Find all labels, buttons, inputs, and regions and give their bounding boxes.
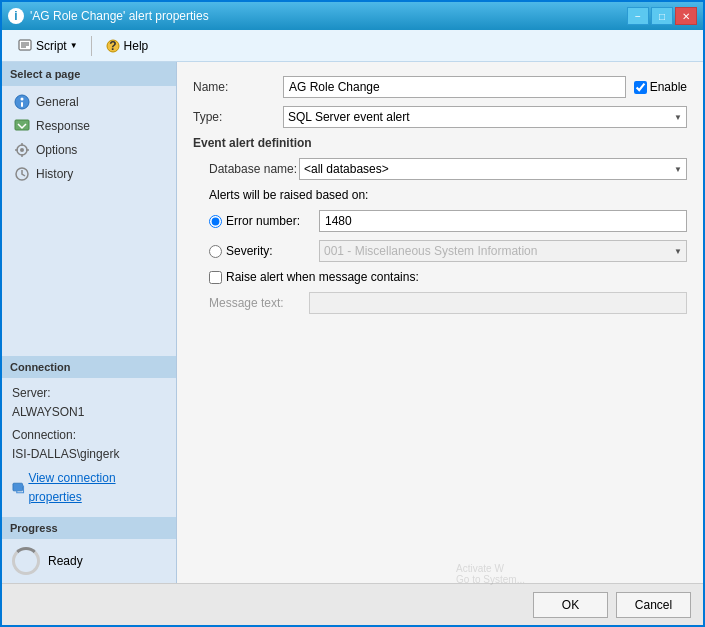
event-alert-definition-header: Event alert definition: [193, 136, 687, 150]
enable-checkbox[interactable]: [634, 81, 647, 94]
error-number-radio[interactable]: [209, 215, 222, 228]
progress-info: Ready: [2, 539, 176, 583]
close-button[interactable]: ✕: [675, 7, 697, 25]
enable-checkbox-group: Enable: [634, 80, 687, 94]
sidebar-items: General Response Options: [2, 86, 176, 190]
title-bar-left: i 'AG Role Change' alert properties: [8, 8, 209, 24]
name-row: Name: Enable: [193, 76, 687, 98]
sidebar-header: Select a page: [2, 62, 176, 86]
help-button[interactable]: ? Help: [98, 35, 156, 57]
severity-radio-label[interactable]: Severity:: [209, 244, 319, 258]
progress-section-header: Progress: [2, 517, 176, 539]
main-window: i 'AG Role Change' alert properties − □ …: [0, 0, 705, 627]
history-icon: [14, 166, 30, 182]
severity-select-wrapper: 001 - Miscellaneous System Information: [319, 240, 687, 262]
server-value: ALWAYSON1: [12, 403, 166, 422]
alerts-based-on-label: Alerts will be raised based on:: [209, 188, 687, 202]
maximize-button[interactable]: □: [651, 7, 673, 25]
severity-select[interactable]: 001 - Miscellaneous System Information: [319, 240, 687, 262]
help-label: Help: [124, 39, 149, 53]
sidebar-item-options[interactable]: Options: [2, 138, 176, 162]
sidebar-item-history[interactable]: History: [2, 162, 176, 186]
toolbar: Script ▼ ? Help: [2, 30, 703, 62]
database-name-select[interactable]: <all databases>: [299, 158, 687, 180]
name-input[interactable]: [283, 76, 626, 98]
view-connection-link[interactable]: View connection properties: [12, 469, 166, 507]
progress-spinner: [12, 547, 40, 575]
script-button[interactable]: Script ▼: [10, 35, 85, 57]
svg-point-11: [20, 148, 24, 152]
history-label: History: [36, 167, 73, 181]
type-select-wrapper: SQL Server event alert SQL Server perfor…: [283, 106, 687, 128]
message-text-label: Message text:: [209, 296, 309, 310]
title-bar: i 'AG Role Change' alert properties − □ …: [2, 2, 703, 30]
event-alert-indent: Database name: <all databases> Alerts wi…: [193, 158, 687, 314]
title-bar-controls: − □ ✕: [627, 7, 697, 25]
cancel-button[interactable]: Cancel: [616, 592, 691, 618]
type-row: Type: SQL Server event alert SQL Server …: [193, 106, 687, 128]
script-icon: [17, 38, 33, 54]
enable-label[interactable]: Enable: [650, 80, 687, 94]
general-label: General: [36, 95, 79, 109]
name-label: Name:: [193, 80, 283, 94]
severity-radio[interactable]: [209, 245, 222, 258]
connection-link-icon: [12, 481, 25, 495]
raise-alert-checkbox[interactable]: [209, 271, 222, 284]
sidebar-spacer: [2, 190, 176, 352]
ready-label: Ready: [48, 554, 83, 568]
form-area: Name: Enable Type: SQL Server event aler…: [177, 62, 703, 583]
response-label: Response: [36, 119, 90, 133]
database-name-select-wrapper: <all databases>: [299, 158, 687, 180]
error-number-input[interactable]: [319, 210, 687, 232]
script-label: Script: [36, 39, 67, 53]
general-icon: [14, 94, 30, 110]
connection-label2: Connection:: [12, 426, 166, 445]
main-content: Select a page General Response: [2, 62, 703, 583]
database-name-label: Database name:: [209, 162, 299, 176]
error-number-input-area: [319, 210, 687, 232]
connection-info: Server: ALWAYSON1 Connection: ISI-DALLAS…: [2, 378, 176, 513]
error-number-row: Error number:: [209, 210, 687, 232]
connection-section-header: Connection: [2, 356, 176, 378]
sidebar: Select a page General Response: [2, 62, 177, 583]
error-number-radio-label[interactable]: Error number:: [209, 214, 319, 228]
footer: Activate WGo to System... OK Cancel: [2, 583, 703, 625]
window-icon: i: [8, 8, 24, 24]
server-label: Server:: [12, 384, 166, 403]
svg-point-7: [21, 98, 24, 101]
options-label: Options: [36, 143, 77, 157]
svg-rect-17: [13, 483, 23, 491]
ok-button[interactable]: OK: [533, 592, 608, 618]
toolbar-separator: [91, 36, 92, 56]
sidebar-item-general[interactable]: General: [2, 90, 176, 114]
connection-value: ISI-DALLAS\gingerk: [12, 445, 166, 464]
title-bar-text: 'AG Role Change' alert properties: [30, 9, 209, 23]
severity-row: Severity: 001 - Miscellaneous System Inf…: [209, 240, 687, 262]
help-icon: ?: [105, 38, 121, 54]
svg-text:?: ?: [109, 39, 116, 53]
type-select[interactable]: SQL Server event alert SQL Server perfor…: [283, 106, 687, 128]
database-name-row: Database name: <all databases>: [209, 158, 687, 180]
options-icon: [14, 142, 30, 158]
script-dropdown-icon: ▼: [70, 41, 78, 50]
svg-rect-8: [21, 102, 23, 107]
raise-alert-checkbox-label[interactable]: Raise alert when message contains:: [209, 270, 419, 284]
message-text-row: Message text:: [209, 292, 687, 314]
type-label: Type:: [193, 110, 283, 124]
message-text-input[interactable]: [309, 292, 687, 314]
sidebar-item-response[interactable]: Response: [2, 114, 176, 138]
raise-alert-row: Raise alert when message contains:: [209, 270, 687, 284]
minimize-button[interactable]: −: [627, 7, 649, 25]
response-icon: [14, 118, 30, 134]
